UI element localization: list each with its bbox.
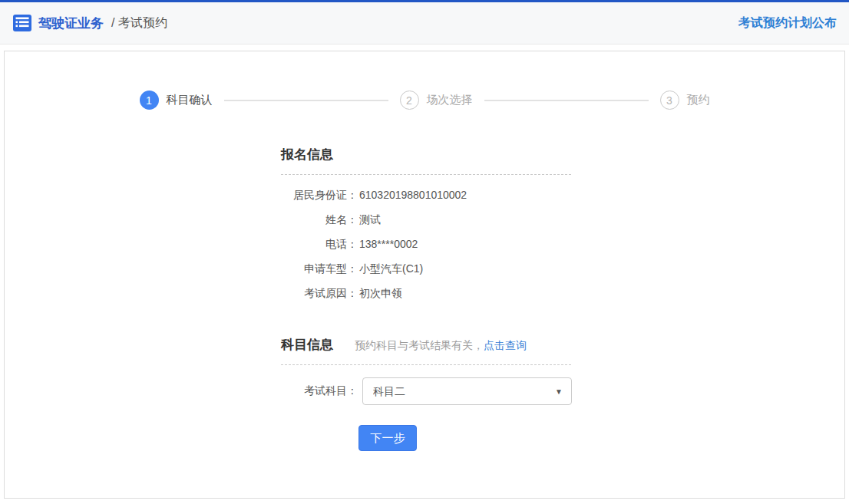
subject-section-head: 科目信息 预约科目与考试结果有关， 点击查询 [281, 336, 571, 365]
registration-title: 报名信息 [281, 146, 333, 163]
page-title: 驾驶证业务 [38, 15, 104, 32]
button-row: 下一步 [281, 425, 571, 451]
subject-section: 科目信息 预约科目与考试结果有关， 点击查询 考试科目： 科目二 ▼ 下一步 [281, 336, 571, 451]
step-reserve: 3 预约 [660, 91, 710, 110]
step-2-circle: 2 [400, 91, 419, 110]
info-row-name: 姓名： 测试 [281, 214, 571, 226]
step-connector [484, 100, 649, 101]
field-label: 姓名： [281, 214, 358, 226]
registration-section: 报名信息 居民身份证： 610320198801010002 姓名： 测试 电话… [281, 146, 571, 299]
step-3-circle: 3 [660, 91, 679, 110]
exam-subject-label: 考试科目： [281, 384, 358, 398]
form-content: 报名信息 居民身份证： 610320198801010002 姓名： 测试 电话… [281, 146, 571, 451]
field-label: 申请车型： [281, 263, 358, 275]
exam-subject-select-wrap: 科目二 ▼ [362, 377, 572, 405]
field-label: 居民身份证： [281, 189, 358, 201]
list-icon [12, 14, 32, 32]
registration-section-head: 报名信息 [281, 146, 571, 175]
field-value: 初次申领 [359, 288, 402, 299]
exam-plan-link[interactable]: 考试预约计划公布 [738, 15, 837, 31]
step-1-label: 科目确认 [167, 93, 213, 107]
exam-subject-row: 考试科目： 科目二 ▼ [281, 377, 571, 405]
step-session-select: 2 场次选择 [400, 91, 473, 110]
field-label: 考试原因： [281, 288, 358, 299]
field-label: 电话： [281, 239, 358, 250]
subject-title: 科目信息 [281, 336, 333, 354]
step-subject-confirm: 1 科目确认 [140, 91, 213, 110]
step-connector [224, 100, 388, 101]
main-panel: 1 科目确认 2 场次选择 3 预约 报名信息 居民身份证： 610320198… [4, 51, 845, 499]
stepper: 1 科目确认 2 场次选择 3 预约 [5, 91, 844, 110]
header: 驾驶证业务 / 考试预约 考试预约计划公布 [0, 2, 849, 44]
info-row-id: 居民身份证： 610320198801010002 [281, 189, 571, 201]
breadcrumb: / 考试预约 [111, 15, 167, 31]
info-row-phone: 电话： 138****0002 [281, 239, 571, 250]
header-left: 驾驶证业务 / 考试预约 [12, 14, 167, 32]
field-value: 测试 [359, 214, 381, 226]
step-2-label: 场次选择 [427, 93, 473, 107]
field-value: 138****0002 [359, 239, 418, 250]
subject-note: 预约科目与考试结果有关， [355, 339, 484, 353]
field-value: 小型汽车(C1) [359, 263, 423, 275]
query-result-link[interactable]: 点击查询 [484, 339, 527, 353]
info-row-vehicle-type: 申请车型： 小型汽车(C1) [281, 263, 571, 275]
exam-subject-select[interactable]: 科目二 [362, 377, 572, 405]
registration-rows: 居民身份证： 610320198801010002 姓名： 测试 电话： 138… [281, 189, 571, 299]
field-value: 610320198801010002 [359, 189, 467, 201]
next-step-button[interactable]: 下一步 [358, 425, 417, 451]
step-1-circle: 1 [140, 91, 159, 110]
info-row-exam-reason: 考试原因： 初次申领 [281, 288, 571, 299]
step-3-label: 预约 [687, 93, 710, 107]
